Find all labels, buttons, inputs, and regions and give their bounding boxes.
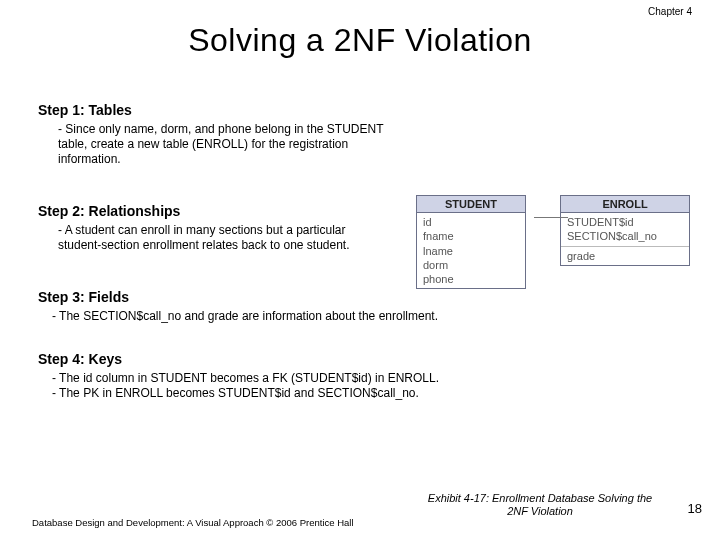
field: SECTION$call_no	[567, 229, 683, 243]
page-number: 18	[688, 501, 702, 516]
chapter-label: Chapter 4	[648, 6, 692, 17]
entity-enroll-keys: STUDENT$id SECTION$call_no	[561, 213, 689, 246]
slide-title: Solving a 2NF Violation	[0, 22, 720, 59]
step4-body1: - The id column in STUDENT becomes a FK …	[52, 371, 572, 387]
field: grade	[567, 249, 683, 263]
entity-enroll-fields: grade	[561, 246, 689, 265]
step1-label: Step 1: Tables	[38, 102, 690, 118]
step1-body: - Since only name, dorm, and phone belon…	[58, 122, 388, 167]
step3-label: Step 3: Fields	[38, 289, 690, 305]
field: STUDENT$id	[567, 215, 683, 229]
exhibit-caption: Exhibit 4-17: Enrollment Database Solvin…	[420, 492, 660, 518]
field: dorm	[423, 258, 519, 272]
entity-enroll-header: ENROLL	[561, 196, 689, 213]
field: id	[423, 215, 519, 229]
footer-text: Database Design and Development: A Visua…	[32, 517, 354, 528]
field: lname	[423, 244, 519, 258]
entity-student: STUDENT id fname lname dorm phone	[416, 195, 526, 289]
entity-student-fields: id fname lname dorm phone	[417, 213, 525, 288]
step4-body2: - The PK in ENROLL becomes STUDENT$id an…	[52, 386, 572, 402]
field: phone	[423, 272, 519, 286]
entity-enroll: ENROLL STUDENT$id SECTION$call_no grade	[560, 195, 690, 266]
er-diagram: STUDENT id fname lname dorm phone ENROLL…	[416, 195, 690, 289]
entity-student-header: STUDENT	[417, 196, 525, 213]
step2-body: - A student can enroll in many sections …	[58, 223, 388, 253]
step4-label: Step 4: Keys	[38, 351, 690, 367]
step3-body: - The SECTION$call_no and grade are info…	[52, 309, 572, 325]
field: fname	[423, 229, 519, 243]
relationship-line	[534, 217, 568, 218]
